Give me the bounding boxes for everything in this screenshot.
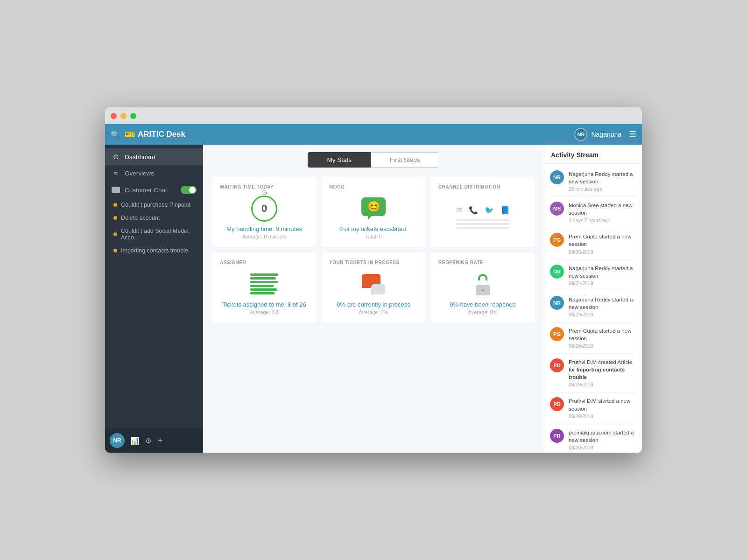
lock-shackle: [478, 274, 487, 280]
search-icon[interactable]: 🔍: [111, 130, 120, 139]
conv-item-1[interactable]: Couldn't purchase Pinpoint: [105, 198, 203, 211]
conv-item-4[interactable]: Importing contacts trouble: [105, 244, 203, 257]
channel-visual: ✉ 📞 🐦 📘: [456, 195, 510, 239]
stat-assigned: ASSIGNED: [212, 252, 316, 322]
activity-item: PD Pruthvi D.M started a new session 08/…: [544, 392, 642, 423]
nav-user: NR Nagarjuna ☰: [574, 128, 636, 141]
top-nav: 🔍 🎫 ARITIC Desk NR Nagarjuna ☰: [105, 124, 642, 145]
reopening-desc: 0% have been reopened: [450, 301, 516, 308]
settings-icon[interactable]: ⚙: [145, 436, 152, 445]
waiting-time-visual: ⏱ 0: [251, 195, 277, 222]
bubble-secondary: [371, 284, 385, 294]
mood-label: MOOD: [329, 184, 345, 189]
email-channel-icon: ✉: [456, 206, 462, 215]
activity-avatar: PR: [550, 429, 564, 443]
minimize-button[interactable]: [120, 113, 127, 119]
conv-label-3: Couldn't add Social Media Acco...: [121, 228, 197, 241]
activity-stream-header: Activity Stream: [544, 145, 642, 164]
mood-visual: 😊: [361, 195, 386, 222]
tab-my-stats[interactable]: My Stats: [308, 152, 371, 168]
activity-time: 4 days 7 hours ago: [569, 217, 636, 223]
activity-time: 08/29/2019: [569, 312, 636, 317]
app-body: 🔍 🎫 ARITIC Desk NR Nagarjuna ☰ ⊙ Dashb: [105, 124, 642, 453]
activity-item: PG Prem Gupta started a new session 08/2…: [544, 322, 642, 353]
activity-avatar: NR: [550, 170, 564, 184]
activity-item: PG Prem Gupta started a new session 09/0…: [544, 228, 642, 259]
activity-time: 08/26/2019: [569, 343, 636, 349]
activity-text: Nagarjuna Reddy started a new session: [569, 170, 636, 185]
twitter-channel-icon: 🐦: [485, 206, 494, 215]
mood-desc: 0 of my tickets escalated.: [339, 225, 408, 232]
channel-label: CHANNEL DISTRIBUTION: [438, 184, 500, 189]
chat-icon: [112, 187, 120, 193]
activity-time: 08/20/2019: [569, 445, 636, 450]
add-icon[interactable]: +: [157, 435, 163, 446]
in-process-avg: Average: 0%: [359, 309, 388, 315]
activity-text: Nagarjuna Reddy started a new session: [569, 296, 636, 311]
customer-chat-toggle[interactable]: [181, 186, 197, 194]
sidebar-item-overviews[interactable]: ≡ Overviews: [105, 165, 203, 182]
activity-avatar: PG: [550, 327, 564, 341]
activity-item: NR Nagarjuna Reddy started a new session…: [544, 291, 642, 322]
stat-channel: CHANNEL DISTRIBUTION ✉ 📞 🐦 📘: [431, 177, 535, 247]
channel-bars: [456, 219, 510, 229]
activity-info: Prem Gupta started a new session 08/26/2…: [569, 327, 636, 349]
dashboard-icon: ⊙: [112, 153, 120, 161]
app-logo: 🎫 ARITIC Desk: [125, 129, 185, 140]
activity-avatar: NR: [550, 265, 564, 279]
activity-time: 09/04/2019: [569, 280, 636, 286]
lock-keyhole: [481, 289, 484, 292]
activity-info: Nagarjuna Reddy started a new session 09…: [569, 265, 636, 286]
activity-time: 09/05/2019: [569, 249, 636, 255]
tabs-row: My Stats First Steps: [212, 152, 535, 168]
assigned-visual: [250, 271, 278, 297]
close-button[interactable]: [111, 113, 117, 119]
activity-avatar: PD: [550, 358, 564, 372]
sidebar-chat-label: Customer Chat: [125, 187, 167, 194]
activity-item: PD Pruthvi D.M created Article for Impor…: [544, 354, 642, 392]
logo-icon: 🎫: [125, 129, 135, 140]
conv-dot-1: [113, 203, 117, 207]
mood-tail: [368, 216, 372, 220]
stat-mood: MOOD 😊 0 of my tickets escalated. Total:…: [322, 177, 425, 247]
conv-label-2: Delete account: [121, 215, 160, 221]
tab-first-steps[interactable]: First Steps: [371, 152, 439, 168]
stats-grid: WAITING TIME TODAY ⏱ 0 My handling time:…: [212, 177, 535, 322]
sidebar-user-avatar[interactable]: NR: [110, 433, 125, 448]
activity-avatar: NR: [550, 296, 564, 310]
waiting-time-desc: My handling time: 0 minutes: [226, 225, 302, 232]
sidebar-dashboard-label: Dashboard: [125, 154, 155, 161]
app-window: 🔍 🎫 ARITIC Desk NR Nagarjuna ☰ ⊙ Dashb: [105, 107, 642, 453]
activity-time: 26 minutes ago: [569, 186, 636, 192]
hamburger-icon[interactable]: ☰: [629, 129, 636, 140]
sidebar-item-customer-chat[interactable]: Customer Chat: [105, 182, 203, 198]
waiting-time-avg: Average: 0 minutes: [242, 234, 287, 239]
activity-info: prem@gupta.com started a new session 08/…: [569, 429, 636, 450]
conv-item-2[interactable]: Delete account: [105, 211, 203, 224]
sidebar-item-dashboard[interactable]: ⊙ Dashboard: [105, 148, 203, 165]
conv-label-1: Couldn't purchase Pinpoint: [121, 202, 190, 208]
reopening-avg: Average: 0%: [468, 309, 498, 315]
activity-text: Pruthvi D.M started a new session: [569, 397, 636, 412]
bar-chart-icon[interactable]: 📊: [130, 436, 140, 445]
activity-avatar: PD: [550, 397, 564, 411]
activity-text: Nagarjuna Reddy started a new session: [569, 265, 636, 280]
activity-text: Monica Sree started a new session: [569, 202, 636, 217]
maximize-button[interactable]: [130, 113, 136, 119]
activity-info: Nagarjuna Reddy started a new session 08…: [569, 296, 636, 317]
conv-item-3[interactable]: Couldn't add Social Media Acco...: [105, 224, 203, 244]
activity-item: MS Monica Sree started a new session 4 d…: [544, 197, 642, 228]
activity-item: NR Nagarjuna Reddy started a new session…: [544, 260, 642, 291]
channel-icons: ✉ 📞 🐦 📘: [456, 206, 510, 215]
mood-avg: Total: 0: [365, 234, 381, 239]
title-bar: [105, 107, 642, 124]
activity-list: NR Nagarjuna Reddy started a new session…: [544, 164, 642, 453]
overviews-icon: ≡: [112, 169, 120, 177]
assigned-avg: Average: 0.8: [250, 309, 279, 315]
stat-in-process: YOUR TICKETS IN PROCESS 0% are currently…: [322, 252, 425, 322]
in-process-visual: [362, 271, 385, 297]
activity-info: Pruthvi D.M started a new session 08/20/…: [569, 397, 636, 419]
activity-time: 08/20/2019: [569, 382, 636, 387]
activity-item: PR prem@gupta.com started a new session …: [544, 424, 642, 453]
activity-text: Prem Gupta started a new session: [569, 327, 636, 342]
